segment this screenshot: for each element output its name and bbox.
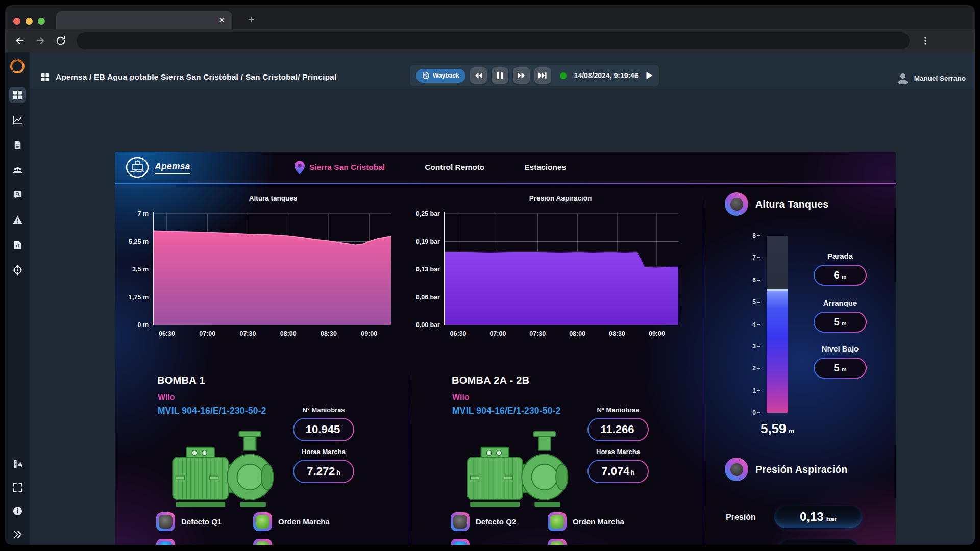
play-icon[interactable] (646, 72, 653, 79)
rewind-button[interactable] (470, 67, 487, 84)
pump-name: BOMBA 1 (157, 374, 205, 386)
wayback-button[interactable]: Wayback (416, 69, 465, 83)
forward-icon[interactable] (35, 35, 46, 46)
tab-strip: ✕ + (5, 5, 975, 29)
sidebar-item-fullscreen[interactable] (10, 480, 25, 495)
svg-text:0,25 bar: 0,25 bar (416, 210, 440, 217)
brand-name: Apemsa (155, 161, 190, 174)
back-icon[interactable] (14, 35, 26, 46)
indicator-confirmacion-marcha: Confirmación Marcha (548, 539, 651, 545)
dashboard-grid-icon (12, 90, 23, 101)
browser-window: ✕ + (5, 5, 975, 545)
user-name: Manuel Serrano (914, 74, 966, 82)
tank-scale: 8 7 6 5 4 3 2 1 0 (733, 232, 760, 416)
apemsa-logo-icon (125, 156, 150, 179)
tab-estaciones[interactable]: Estaciones (524, 163, 566, 172)
presion-aspiracion-plot: 0,25 bar0,19 bar0,13 bar0,06 bar0,00 bar… (410, 205, 681, 347)
defecto-led (156, 512, 175, 531)
setpoint-parada-value[interactable]: 6m (814, 265, 867, 286)
skip-end-button[interactable] (534, 67, 551, 84)
svg-text:07:30: 07:30 (239, 330, 256, 337)
reload-icon[interactable] (55, 35, 66, 46)
live-status-dot (560, 72, 567, 79)
app-logo-icon[interactable] (8, 57, 27, 76)
chart-title: Presión Aspiración (410, 194, 681, 205)
maniobras-counter: N° Maniobras 10.945 (290, 406, 357, 441)
maximize-window-button[interactable] (38, 18, 45, 25)
header-divider (115, 183, 896, 184)
sidebar-item-dashboard[interactable] (9, 87, 26, 103)
sidebar-item-design[interactable] (10, 456, 25, 471)
svg-text:07:00: 07:00 (489, 330, 506, 337)
pressure-value: 0,13bar (774, 506, 862, 528)
app-header: Apemsa / EB Agua potable Sierra San Cris… (30, 52, 975, 89)
svg-text:0 m: 0 m (137, 321, 149, 329)
svg-text:07:00: 07:00 (199, 330, 215, 337)
sidebar-item-alarms[interactable] (9, 212, 26, 228)
menu-dots-icon[interactable] (921, 36, 930, 45)
sidebar-item-info[interactable] (10, 503, 25, 518)
setpoint-nivel-bajo-value[interactable]: 5m (814, 358, 867, 379)
address-bar[interactable] (77, 32, 910, 49)
sidebar-item-map[interactable] (9, 262, 26, 278)
fullscreen-icon (12, 482, 23, 493)
sidebar-item-trends[interactable] (9, 112, 26, 128)
avatar (896, 71, 910, 85)
new-tab-button[interactable]: + (246, 15, 256, 26)
design-tools-icon (12, 459, 23, 469)
pressure-panel-header: Presión Aspiración (725, 458, 848, 481)
setpoint-arranque-value[interactable]: 5m (814, 312, 867, 333)
collapse-sidebar-icon (12, 529, 23, 540)
rewind-icon (475, 72, 482, 79)
tank-panel-title: Altura Tanques (755, 198, 828, 210)
sidebar-item-users[interactable] (9, 162, 26, 178)
pressure-panel-title: Presión Aspiración (755, 464, 848, 475)
indicator-modo-automatico: Modo Automático (451, 539, 540, 545)
altura-tanques-chart: Altura tanques 7 m5,25 m3,5 m1,75 m0 m06… (122, 194, 394, 347)
orden-marcha-led (548, 512, 567, 531)
fast-forward-icon (518, 72, 525, 79)
horas-counter: Horas Marcha 7.074h (584, 448, 652, 483)
sidebar-item-documents[interactable] (9, 137, 26, 153)
tab-control-remoto[interactable]: Control Remoto (425, 163, 484, 172)
pause-icon (497, 72, 503, 79)
pump-name: BOMBA 2A - 2B (452, 374, 529, 386)
svg-text:08:30: 08:30 (609, 330, 625, 337)
document-icon (12, 140, 23, 151)
minimize-window-button[interactable] (26, 18, 33, 25)
user-menu[interactable]: Manuel Serrano (896, 71, 966, 85)
maniobras-value: 10.945 (293, 418, 354, 441)
tank-gauge-icon (725, 192, 748, 216)
location-pin-icon (295, 161, 305, 174)
location-selector[interactable]: Sierra San Cristobal (295, 161, 385, 174)
svg-text:09:00: 09:00 (649, 330, 665, 337)
indicator-modo-automatico: Modo Automático (156, 539, 246, 545)
svg-text:0,06 bar: 0,06 bar (416, 294, 440, 301)
svg-text:08:30: 08:30 (321, 330, 337, 337)
confirmacion-marcha-led (253, 539, 272, 545)
pump-card-bomba-1: BOMBA 1 Wilo MVIL 904-16/E/1-230-50-2 (156, 373, 391, 545)
svg-text:3,5 m: 3,5 m (132, 266, 149, 273)
setpoint-parada: Parada 6m (809, 252, 871, 286)
confirmacion-marcha-led (548, 539, 567, 545)
close-window-button[interactable] (13, 18, 20, 25)
sidebar (5, 52, 30, 545)
wayback-datetime: 14/08/2024, 9:19:46 (574, 71, 639, 80)
apps-grid-icon[interactable] (41, 73, 50, 82)
browser-tab[interactable]: ✕ (56, 11, 232, 29)
pause-button[interactable] (492, 67, 508, 84)
sidebar-item-reports[interactable] (9, 237, 26, 253)
scada-dashboard: Apemsa Sierra San Cristobal Control Remo… (115, 152, 896, 545)
horas-value: 7.272h (293, 460, 354, 483)
close-tab-icon[interactable]: ✕ (218, 16, 225, 25)
svg-text:0,00 bar: 0,00 bar (416, 321, 440, 329)
svg-text:06:30: 06:30 (159, 330, 175, 337)
sidebar-item-expand[interactable] (10, 527, 25, 542)
pump-illustration (461, 428, 571, 512)
app-shell: Apemsa / EB Agua potable Sierra San Cris… (5, 52, 975, 545)
fast-forward-button[interactable] (513, 67, 530, 84)
pump-model: MVIL 904-16/E/1-230-50-2 (452, 406, 561, 416)
svg-text:08:00: 08:00 (569, 330, 585, 337)
orden-marcha-led (253, 512, 272, 531)
sidebar-item-messages[interactable] (9, 187, 26, 203)
